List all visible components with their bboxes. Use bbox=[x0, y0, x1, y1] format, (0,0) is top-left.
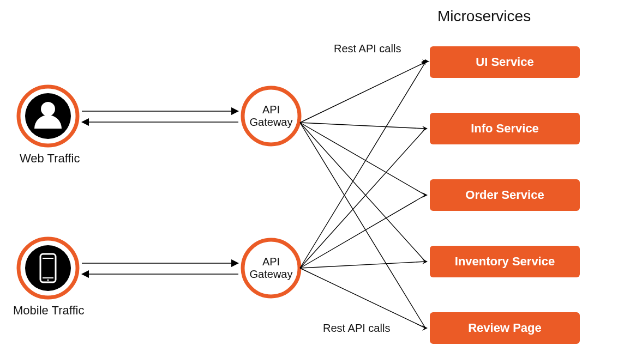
service-label: UI Service bbox=[476, 55, 533, 69]
mobile-traffic-node bbox=[19, 239, 77, 298]
service-label: Review Page bbox=[468, 321, 542, 335]
service-ui: UI Service bbox=[430, 46, 580, 78]
gw2-svc1 bbox=[300, 62, 425, 268]
svg-point-1 bbox=[25, 93, 71, 139]
svg-rect-5 bbox=[40, 254, 56, 282]
service-inventory: Inventory Service bbox=[430, 246, 580, 277]
service-label: Info Service bbox=[471, 122, 539, 136]
gw1-svc4 bbox=[300, 123, 425, 262]
gw1-svc2 bbox=[300, 123, 425, 129]
diagram-title: Microservices bbox=[437, 8, 531, 25]
svg-point-8 bbox=[47, 280, 49, 281]
rest-api-label-top: Rest API calls bbox=[334, 43, 401, 55]
gw2-svc2 bbox=[300, 129, 425, 268]
gw1-svc3 bbox=[300, 123, 425, 195]
gw1-svc1 bbox=[300, 62, 425, 123]
service-order: Order Service bbox=[430, 179, 580, 211]
service-label: Order Service bbox=[465, 188, 544, 202]
gateway-top-line2: Gateway bbox=[250, 116, 293, 128]
gw1-svc5 bbox=[300, 123, 425, 328]
api-gateway-bottom-label: API Gateway bbox=[244, 256, 298, 281]
arrowheads-layer bbox=[422, 59, 428, 331]
diamond-heads bbox=[421, 59, 430, 65]
rest-api-label-bottom: Rest API calls bbox=[323, 322, 390, 335]
gateway-bottom-line1: API bbox=[262, 256, 280, 268]
service-info: Info Service bbox=[430, 113, 580, 144]
web-traffic-label: Web Traffic bbox=[20, 151, 80, 166]
gateway-top-line1: API bbox=[262, 104, 280, 116]
svg-point-0 bbox=[19, 87, 77, 145]
svg-point-4 bbox=[25, 245, 71, 291]
svg-point-3 bbox=[19, 239, 77, 298]
gw2-svc3 bbox=[300, 195, 425, 268]
gw2-svc5 bbox=[300, 268, 425, 328]
phone-icon bbox=[40, 254, 56, 282]
svg-point-2 bbox=[41, 102, 55, 116]
service-review: Review Page bbox=[430, 312, 580, 344]
user-icon bbox=[34, 102, 62, 129]
gateway-bottom-line2: Gateway bbox=[250, 268, 293, 280]
web-traffic-node bbox=[19, 87, 77, 145]
service-label: Inventory Service bbox=[455, 254, 555, 269]
diagram-stage: Microservices bbox=[0, 0, 618, 364]
mobile-traffic-label: Mobile Traffic bbox=[13, 304, 84, 318]
gw2-svc4 bbox=[300, 262, 425, 268]
api-gateway-top-label: API Gateway bbox=[244, 104, 298, 129]
